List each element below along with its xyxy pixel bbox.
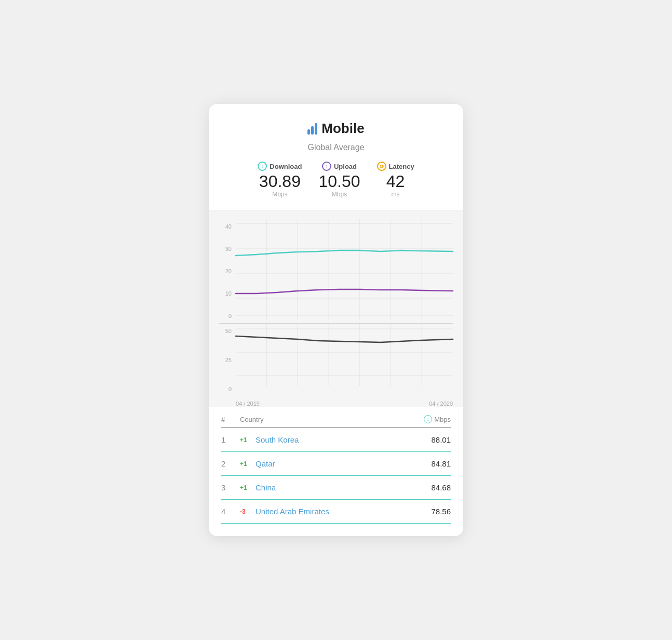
value-1: 88.01 [431,435,451,444]
top-chart-svg [236,219,453,321]
y-label-10: 10 [219,290,232,297]
y-label-b0: 0 [219,386,232,392]
y-label-25: 25 [219,357,232,363]
upload-label: Upload [334,163,357,170]
rank-4: 4 [221,507,240,516]
stats-row: ↓ Download 30.89 Mbps ↑ Upload 10.50 Mbp… [221,162,451,198]
th-mbps: ↓ Mbps [424,415,451,423]
y-label-30: 30 [219,246,232,252]
table-row[interactable]: 3 +1 China 84.68 [221,476,451,500]
th-country: Country [240,416,424,423]
download-value: 30.89 [258,173,302,190]
upload-unit: Mbps [318,191,360,198]
value-2: 84.81 [431,459,451,468]
stat-upload: ↑ Upload 10.50 Mbps [318,162,360,198]
download-icon-table: ↓ [424,415,432,423]
y-label-40: 40 [219,223,232,230]
upload-icon: ↑ [322,162,331,171]
value-3: 84.68 [431,483,451,492]
stat-latency: ⟳ Latency 42 ms [377,162,414,198]
latency-label: Latency [389,163,414,170]
bottom-chart-svg [236,324,453,396]
download-label: Download [270,163,302,170]
upload-value: 10.50 [318,173,360,190]
download-unit: Mbps [258,191,302,198]
country-3[interactable]: China [256,483,431,492]
y-label-20: 20 [219,268,232,274]
main-card: Mobile Global Average ↓ Download 30.89 M… [209,104,463,536]
download-icon: ↓ [258,162,267,171]
mobile-bar-icon [307,123,317,135]
th-mbps-label: Mbps [434,416,451,423]
change-4: -3 [240,508,256,515]
header-section: Mobile Global Average ↓ Download 30.89 M… [209,104,463,211]
rank-1: 1 [221,435,240,444]
y-label-50: 50 [219,328,232,334]
change-3: +1 [240,484,256,491]
stat-download: ↓ Download 30.89 Mbps [258,162,302,198]
country-4[interactable]: United Arab Emirates [256,507,431,516]
country-1[interactable]: South Korea [256,435,431,444]
latency-value: 42 [377,173,414,190]
x-label-left: 04 / 2019 [236,401,260,407]
change-1: +1 [240,436,256,444]
page-title: Mobile [321,121,364,137]
table-row[interactable]: 4 -3 United Arab Emirates 78.56 [221,500,451,524]
rank-2: 2 [221,459,240,468]
value-4: 78.56 [431,507,451,516]
latency-unit: ms [377,191,414,198]
global-avg-label: Global Average [221,143,451,152]
country-2[interactable]: Qatar [256,459,431,468]
rank-3: 3 [221,483,240,492]
table-row[interactable]: 1 +1 South Korea 88.01 [221,428,451,452]
table-section: # Country ↓ Mbps 1 +1 South Korea 88.01 … [209,407,463,536]
change-2: +1 [240,460,256,468]
top-chart: 40 30 20 10 0 [219,219,453,323]
charts-section: 40 30 20 10 0 [209,211,463,407]
y-label-0: 0 [219,313,232,319]
x-labels: 04 / 2019 04 / 2020 [236,398,453,413]
latency-icon: ⟳ [377,162,386,171]
x-label-right: 04 / 2020 [429,401,453,407]
title-row: Mobile [221,121,451,137]
table-row[interactable]: 2 +1 Qatar 84.81 [221,452,451,476]
bottom-chart: 50 25 0 [219,324,453,407]
th-num: # [221,416,240,423]
